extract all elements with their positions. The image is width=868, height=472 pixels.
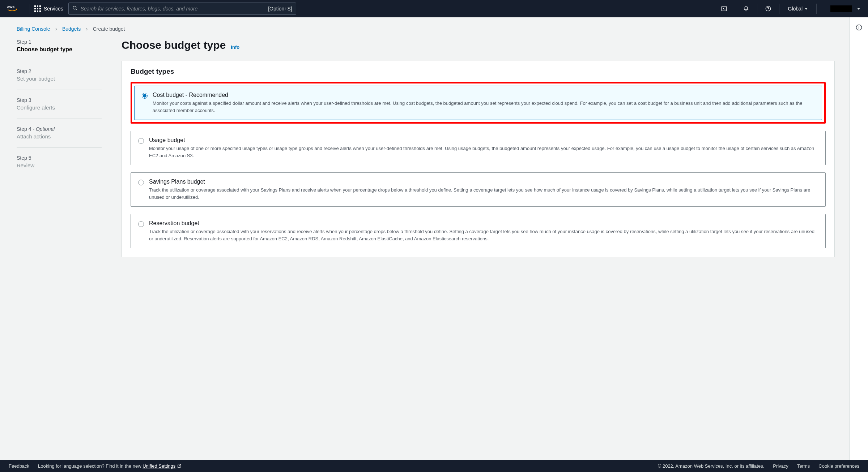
search-icon: [72, 5, 78, 12]
language-hint: Looking for language selection? Find it …: [38, 463, 182, 469]
divider: [17, 147, 102, 148]
option-desc: Track the utilization or coverage associ…: [149, 228, 818, 242]
svg-line-11: [76, 9, 77, 10]
breadcrumb: Billing Console › Budgets › Create budge…: [17, 26, 849, 32]
svg-rect-1: [34, 5, 36, 7]
notifications-button[interactable]: [740, 2, 753, 15]
step-4[interactable]: Step 4 - Optional Attach actions: [17, 126, 102, 147]
radio-icon: [138, 138, 144, 144]
divider: [735, 4, 735, 14]
unified-settings-link[interactable]: Unified Settings: [142, 463, 182, 469]
highlight-annotation: Cost budget - Recommended Monitor your c…: [131, 82, 826, 124]
divider: [757, 4, 757, 14]
budget-types-panel: Budget types Cost budget - Recommended M…: [122, 61, 835, 257]
svg-point-17: [859, 26, 859, 26]
divider: [779, 4, 779, 14]
option-desc: Monitor your costs against a specified d…: [153, 100, 814, 114]
wizard-stepper: Step 1 Choose budget type Step 2 Set you…: [17, 39, 102, 257]
divider: [17, 61, 102, 61]
svg-rect-3: [39, 5, 41, 7]
option-title: Reservation budget: [149, 220, 818, 227]
info-link[interactable]: Info: [231, 44, 239, 50]
panel-title: Budget types: [131, 68, 826, 76]
footer: Feedback Looking for language selection?…: [0, 460, 868, 472]
divider: [17, 119, 102, 119]
services-button[interactable]: Services: [34, 5, 63, 12]
info-icon[interactable]: [855, 24, 863, 460]
caret-down-icon: [857, 8, 860, 10]
search-placeholder: Search for services, features, blogs, do…: [81, 6, 268, 12]
divider: [17, 90, 102, 90]
breadcrumb-link[interactable]: Billing Console: [17, 26, 50, 32]
option-usage-budget[interactable]: Usage budget Monitor your usage of one o…: [131, 131, 826, 165]
caret-down-icon: [805, 8, 808, 10]
cookie-preferences-link[interactable]: Cookie preferences: [818, 463, 859, 469]
breadcrumb-current: Create budget: [93, 26, 125, 32]
services-label: Services: [44, 6, 63, 12]
svg-rect-9: [39, 10, 41, 12]
svg-rect-4: [34, 8, 36, 9]
privacy-link[interactable]: Privacy: [773, 463, 788, 469]
option-desc: Monitor your usage of one or more specif…: [149, 145, 818, 159]
account-name-redacted: [830, 5, 852, 12]
svg-rect-5: [37, 8, 38, 9]
svg-rect-7: [34, 10, 36, 12]
radio-icon: [138, 221, 144, 227]
option-reservation-budget[interactable]: Reservation budget Track the utilization…: [131, 214, 826, 248]
option-desc: Track the utilization or coverage associ…: [149, 186, 818, 201]
option-title: Savings Plans budget: [149, 179, 818, 185]
feedback-link[interactable]: Feedback: [9, 463, 29, 469]
page-title: Choose budget type: [122, 39, 226, 51]
terms-link[interactable]: Terms: [797, 463, 810, 469]
chevron-right-icon: ›: [55, 26, 57, 32]
search-input[interactable]: Search for services, features, blogs, do…: [68, 3, 296, 15]
svg-point-14: [768, 10, 768, 10]
option-savings-plans-budget[interactable]: Savings Plans budget Track the utilizati…: [131, 172, 826, 207]
copyright: © 2022, Amazon Web Services, Inc. or its…: [658, 463, 765, 469]
svg-text:aws: aws: [7, 5, 14, 9]
radio-icon: [138, 180, 144, 185]
option-cost-budget[interactable]: Cost budget - Recommended Monitor your c…: [134, 86, 822, 120]
info-panel-rail: [849, 17, 868, 460]
step-5[interactable]: Step 5 Review: [17, 155, 102, 176]
step-2[interactable]: Step 2 Set your budget: [17, 68, 102, 90]
divider: [30, 4, 30, 14]
breadcrumb-link[interactable]: Budgets: [62, 26, 81, 32]
account-selector[interactable]: [821, 5, 864, 12]
step-3[interactable]: Step 3 Configure alerts: [17, 97, 102, 119]
chevron-right-icon: ›: [86, 26, 88, 32]
search-shortcut: [Option+S]: [268, 6, 292, 12]
svg-point-10: [73, 6, 76, 9]
cloudshell-button[interactable]: [718, 2, 731, 15]
step-1: Step 1 Choose budget type: [17, 39, 102, 61]
help-button[interactable]: [762, 2, 775, 15]
services-grid-icon: [34, 5, 41, 12]
svg-rect-2: [37, 5, 38, 7]
option-title: Usage budget: [149, 137, 818, 143]
aws-logo[interactable]: aws: [7, 4, 22, 13]
option-title: Cost budget - Recommended: [153, 92, 814, 98]
top-nav: aws Services Search for services, featur…: [0, 0, 868, 17]
radio-icon: [142, 93, 148, 99]
region-label: Global: [788, 6, 803, 12]
svg-rect-6: [39, 8, 41, 9]
divider: [816, 4, 817, 14]
svg-rect-8: [37, 10, 38, 12]
region-selector[interactable]: Global: [784, 6, 812, 12]
